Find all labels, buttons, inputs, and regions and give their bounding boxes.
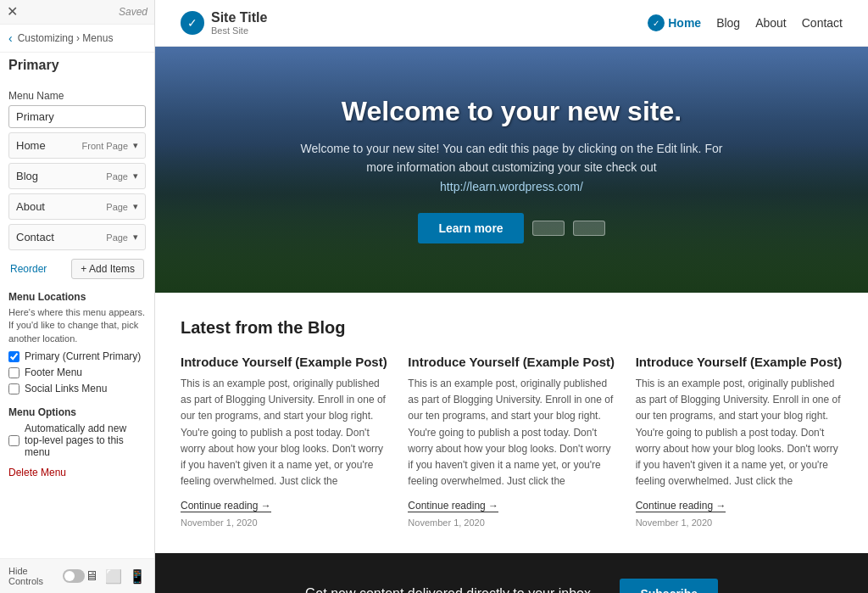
preview-panel: ✓ Site Title Best Site ✓ Home Blog About…: [155, 0, 868, 593]
post-date: November 1, 2020: [181, 517, 387, 528]
nav-link-blog[interactable]: Blog: [716, 16, 740, 30]
menu-item-label: Home: [16, 139, 46, 152]
location-checkbox-1[interactable]: [8, 367, 19, 378]
nav-link-about[interactable]: About: [755, 16, 787, 30]
panel-saved-status: Saved: [119, 6, 147, 18]
menu-locations-desc: Here's where this menu appears. If you'd…: [8, 306, 146, 345]
panel-section-title: Primary: [0, 53, 154, 81]
continue-reading-link[interactable]: Continue reading →: [181, 500, 271, 512]
menu-item-label: Contact: [16, 231, 54, 243]
device-icons: 🖥 ⬜ 📱: [85, 568, 146, 585]
mobile-icon[interactable]: 📱: [129, 568, 146, 585]
menu-item-label: Blog: [16, 170, 38, 182]
site-name-block: Site Title Best Site: [211, 10, 267, 36]
menu-item-chevron-icon: ▾: [133, 232, 138, 243]
site-header: ✓ Site Title Best Site ✓ Home Blog About…: [155, 0, 868, 47]
menu-item-label: About: [16, 200, 45, 213]
location-label-1: Footer Menu: [25, 366, 82, 378]
breadcrumb: Customizing › Menus: [18, 32, 114, 44]
panel-close-button[interactable]: ✕: [7, 5, 18, 19]
menu-item-chevron-icon: ▾: [133, 201, 138, 212]
auto-add-pages-label: Automatically add new top-level pages to…: [25, 422, 146, 458]
nav-link-contact[interactable]: Contact: [802, 16, 843, 30]
blog-post: Introduce Yourself (Example Post) This i…: [636, 355, 843, 528]
reorder-link[interactable]: Reorder: [10, 263, 47, 275]
hero-ghost-btn-2[interactable]: [573, 221, 605, 236]
hero-title: Welcome to your new site.: [300, 96, 724, 127]
customizer-panel: ✕ Saved ‹ Customizing › Menus Primary Me…: [0, 0, 155, 593]
panel-back-row[interactable]: ‹ Customizing › Menus: [0, 25, 154, 53]
desktop-icon[interactable]: 🖥: [85, 568, 98, 585]
menu-item-right: Page ▾: [106, 232, 138, 243]
learn-more-button[interactable]: Learn more: [418, 213, 523, 243]
auto-add-pages-row: Automatically add new top-level pages to…: [8, 422, 146, 458]
footer-cta-text: Get new content delivered directly to yo…: [305, 584, 595, 593]
location-checkbox-2[interactable]: [8, 383, 19, 394]
menu-item-page-type: Page: [106, 202, 128, 212]
hide-controls-toggle[interactable]: [63, 569, 85, 583]
hero-content: Welcome to your new site. Welcome to you…: [300, 96, 724, 243]
tablet-icon[interactable]: ⬜: [105, 568, 122, 585]
nav-link-home[interactable]: Home: [668, 16, 701, 30]
blog-post-excerpt: This is an example post, originally publ…: [181, 376, 387, 490]
hide-controls-label: Hide Controls: [8, 566, 58, 586]
blog-post: Introduce Yourself (Example Post) This i…: [408, 355, 615, 528]
menu-actions-row: Reorder + Add Items: [8, 259, 146, 279]
delete-menu-link[interactable]: Delete Menu: [8, 467, 66, 478]
menu-location-row: Footer Menu: [8, 366, 146, 378]
site-logo: ✓: [181, 11, 204, 35]
site-branding: ✓ Site Title Best Site: [181, 10, 267, 36]
hero-buttons: Learn more: [300, 213, 724, 243]
site-nav: ✓ Home Blog About Contact: [648, 14, 843, 31]
hero-ghost-btn-1[interactable]: [532, 221, 565, 236]
blog-post-title: Introduce Yourself (Example Post): [408, 355, 615, 369]
menu-item-chevron-icon: ▾: [133, 171, 138, 182]
auto-add-pages-checkbox[interactable]: [8, 435, 19, 446]
panel-footer: Hide Controls 🖥 ⬜ 📱: [0, 558, 154, 593]
menu-item-page-type: Page: [106, 171, 128, 182]
blog-post-excerpt: This is an example post, originally publ…: [636, 376, 843, 490]
home-nav-icon: ✓: [648, 14, 665, 31]
menu-item-row[interactable]: Contact Page ▾: [8, 224, 146, 250]
menu-item-row[interactable]: About Page ▾: [8, 193, 146, 220]
panel-body: Menu Name Home Front Page ▾ Blog Page ▾ …: [0, 81, 154, 487]
menu-location-row: Primary (Current Primary): [8, 350, 146, 362]
location-checkbox-0[interactable]: [8, 351, 19, 362]
continue-reading-link[interactable]: Continue reading →: [636, 500, 726, 512]
menu-location-row: Social Links Menu: [8, 383, 146, 394]
menu-item-page-type: Page: [106, 232, 128, 243]
menu-item-chevron-icon: ▾: [133, 140, 138, 151]
blog-grid: Introduce Yourself (Example Post) This i…: [181, 355, 843, 528]
location-label-0: Primary (Current Primary): [25, 350, 141, 362]
blog-section: Latest from the Blog Introduce Yourself …: [155, 293, 868, 553]
menu-options-heading: Menu Options: [8, 406, 146, 418]
menu-item-right: Front Page ▾: [82, 140, 138, 151]
blog-heading: Latest from the Blog: [181, 318, 843, 338]
menu-item-page-type: Front Page: [82, 141, 128, 151]
blog-post-title: Introduce Yourself (Example Post): [181, 355, 387, 369]
logo-check-icon: ✓: [187, 16, 198, 30]
menu-item-row[interactable]: Blog Page ▾: [8, 163, 146, 189]
continue-reading-link[interactable]: Continue reading →: [408, 500, 498, 512]
blog-post-excerpt: This is an example post, originally publ…: [408, 376, 615, 490]
site-tagline: Best Site: [211, 25, 267, 36]
hero-link[interactable]: http://learn.wordpress.com/: [440, 180, 583, 193]
menu-locations-heading: Menu Locations: [8, 291, 146, 303]
post-date: November 1, 2020: [408, 517, 615, 528]
menu-item-right: Page ▾: [106, 201, 138, 212]
subscribe-button[interactable]: Subscribe: [620, 579, 718, 593]
back-arrow-icon: ‹: [8, 31, 13, 45]
site-title: Site Title: [211, 10, 267, 25]
add-items-button[interactable]: + Add Items: [71, 259, 144, 279]
menu-name-label: Menu Name: [8, 90, 146, 102]
menu-item-row[interactable]: Home Front Page ▾: [8, 132, 146, 159]
panel-top-bar: ✕ Saved: [0, 0, 154, 25]
location-label-2: Social Links Menu: [25, 383, 107, 394]
hero-description: Welcome to your new site! You can edit t…: [300, 139, 724, 196]
hero-section: Welcome to your new site. Welcome to you…: [155, 47, 868, 293]
blog-post: Introduce Yourself (Example Post) This i…: [181, 355, 387, 528]
menu-name-input[interactable]: [8, 105, 146, 128]
menu-locations-list: Primary (Current Primary) Footer Menu So…: [8, 350, 146, 394]
menu-items-list: Home Front Page ▾ Blog Page ▾ About Page…: [8, 132, 146, 250]
blog-post-title: Introduce Yourself (Example Post): [636, 355, 843, 369]
